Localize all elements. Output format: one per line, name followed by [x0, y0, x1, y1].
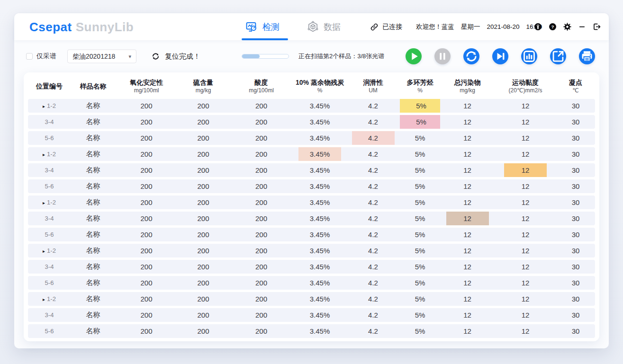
value-cell: 3.45%	[293, 195, 346, 209]
user-info: 欢迎您！蓝蓝 星期一 2021-08-20 16:00	[416, 13, 542, 40]
table-row[interactable]: ▸1-2名称2002002003.45%4.25%121230	[28, 244, 595, 257]
value-cell: 12	[495, 99, 556, 113]
value-cell: 名称	[71, 179, 116, 193]
value-cell: 12	[495, 115, 556, 129]
table-row[interactable]: 3-4名称2002002003.45%4.25%121230	[28, 115, 595, 129]
help-icon[interactable]: ?	[548, 22, 557, 31]
table-row[interactable]: 3-4名称2002002003.45%4.25%121230	[28, 308, 595, 322]
position-cell: 3-4	[28, 308, 71, 322]
value-cell: 3.45%	[293, 99, 346, 113]
value-cell: 4.2	[346, 179, 400, 193]
minimize-icon[interactable]	[578, 22, 587, 31]
value-cell: 3.45%	[293, 179, 346, 193]
print-button[interactable]	[579, 48, 595, 64]
settings-icon[interactable]	[563, 22, 572, 31]
spectrum-only-checkbox[interactable]	[26, 53, 33, 60]
logo-primary: Csepat	[29, 20, 72, 34]
value-cell: 200	[116, 147, 177, 161]
column-header: 润滑性UM	[346, 76, 400, 97]
value-cell: 5%	[400, 131, 440, 145]
value-cell: 30	[556, 324, 595, 338]
value-cell: 5%	[400, 276, 440, 290]
value-cell: 12	[440, 147, 495, 161]
value-cell: 名称	[71, 276, 116, 290]
expand-arrow-icon[interactable]: ▸	[43, 200, 45, 205]
app-logo: CsepatSunnyLib	[29, 20, 134, 35]
value-cell: 200	[116, 99, 177, 113]
table-row[interactable]: 3-4名称2002002003.45%4.25%121230	[28, 260, 595, 274]
header-action-icons: ?	[533, 13, 601, 40]
value-cell: 200	[177, 115, 229, 129]
expand-arrow-icon[interactable]: ▸	[43, 249, 45, 254]
chevron-down-icon: ▾	[128, 53, 131, 60]
table-row[interactable]: 5-6名称2002002003.45%4.25%121230	[28, 324, 595, 338]
position-label: 5-6	[45, 134, 54, 142]
value-cell: 12	[440, 324, 495, 338]
tab-detection[interactable]: 检测	[245, 13, 280, 40]
value-cell: 5%	[400, 99, 440, 113]
value-cell: 名称	[71, 115, 116, 129]
column-header: 凝点℃	[556, 76, 595, 97]
spectrum-only-group: 仅采谱	[26, 52, 56, 61]
value-cell: 5%	[400, 324, 440, 338]
table-row[interactable]: 5-6名称2002002003.45%4.25%121230	[28, 131, 595, 145]
table-row[interactable]: 5-6名称2002002003.45%4.25%121230	[28, 179, 595, 193]
value-cell: 12	[495, 195, 556, 209]
value-cell: 5%	[400, 179, 440, 193]
chart-button[interactable]	[521, 48, 537, 64]
svg-text:?: ?	[551, 24, 554, 29]
table-row[interactable]: 3-4名称2002002003.45%4.25%121230	[28, 212, 595, 225]
value-cell: 12	[440, 212, 495, 225]
value-cell: 名称	[71, 308, 116, 322]
value-cell: 30	[556, 244, 595, 257]
reset-icon[interactable]	[151, 52, 161, 62]
value-cell: 名称	[71, 131, 116, 145]
results-table-body: ▸1-2名称2002002003.45%4.25%1212303-4名称2002…	[28, 99, 595, 338]
value-cell: 200	[116, 179, 177, 193]
table-row[interactable]: ▸1-2名称2002002003.45%4.25%121230	[28, 147, 595, 161]
value-cell: 4.2	[346, 115, 400, 129]
value-cell: 4.2	[346, 212, 400, 225]
value-cell: 200	[229, 244, 293, 257]
tab-label: 数据	[324, 21, 341, 33]
highlighted-value: 12	[446, 212, 489, 225]
table-row[interactable]: 5-6名称2002002003.45%4.25%121230	[28, 276, 595, 290]
tab-data[interactable]: 数据	[307, 13, 341, 40]
start-button[interactable]	[406, 48, 422, 64]
value-cell: 200	[177, 147, 229, 161]
pause-button[interactable]	[434, 48, 451, 64]
welcome-text: 欢迎您！蓝蓝	[416, 23, 454, 31]
table-row[interactable]: 3-4名称2002002003.45%4.25%121230	[28, 163, 595, 177]
skip-button[interactable]	[492, 48, 508, 64]
table-row[interactable]: 5-6名称2002002003.45%4.25%121230	[28, 228, 595, 241]
value-cell: 5%	[400, 195, 440, 209]
expand-arrow-icon[interactable]: ▸	[43, 152, 45, 157]
position-cell: 3-4	[28, 212, 71, 225]
value-cell: 200	[229, 308, 293, 322]
value-cell: 3.45%	[293, 292, 346, 306]
value-cell: 200	[229, 99, 293, 113]
value-cell: 200	[229, 115, 293, 129]
sample-select[interactable]: 柴油20201218 ▾	[67, 50, 136, 63]
table-row[interactable]: ▸1-2名称2002002003.45%4.25%121230	[28, 195, 595, 209]
value-cell: 5%	[400, 244, 440, 257]
value-cell: 200	[177, 228, 229, 241]
top-header: CsepatSunnyLib 检测	[14, 13, 609, 40]
rescan-button[interactable]	[463, 48, 479, 64]
value-cell: 200	[116, 163, 177, 177]
position-cell: 3-4	[28, 163, 71, 177]
table-row[interactable]: ▸1-2名称2002002003.45%4.25%121230	[28, 292, 595, 306]
value-cell: 200	[116, 260, 177, 274]
wrench-icon[interactable]	[533, 22, 542, 31]
value-cell: 12	[440, 260, 495, 274]
logout-icon[interactable]	[592, 22, 601, 31]
refresh-icon	[463, 48, 479, 64]
action-buttons	[406, 48, 595, 64]
expand-arrow-icon[interactable]: ▸	[43, 104, 45, 109]
export-button[interactable]	[550, 48, 566, 64]
expand-arrow-icon[interactable]: ▸	[43, 297, 45, 302]
table-row[interactable]: ▸1-2名称2002002003.45%4.25%121230	[28, 99, 595, 113]
value-cell: 4.2	[346, 324, 400, 338]
position-label: 5-6	[45, 279, 54, 286]
highlighted-value: 5%	[400, 99, 442, 113]
